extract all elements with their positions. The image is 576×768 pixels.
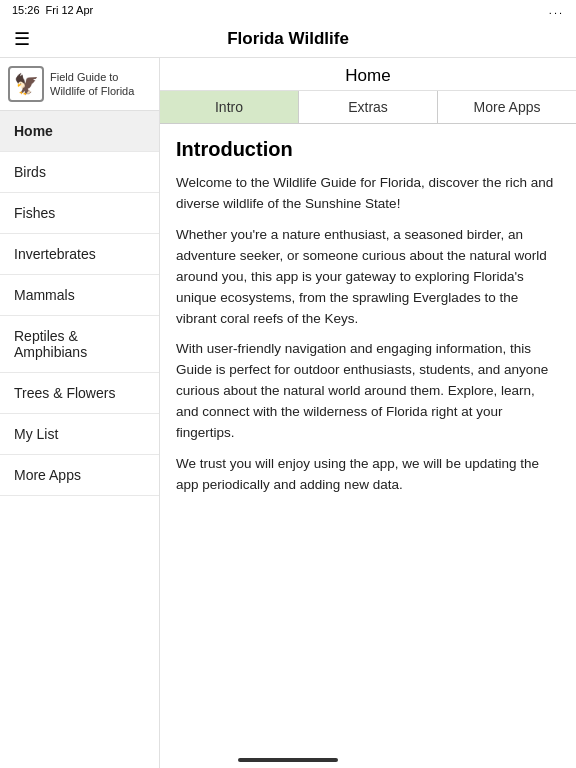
intro-para-1: Welcome to the Wildlife Guide for Florid…	[176, 173, 560, 215]
main-layout: 🦅 Field Guide to Wildlife of Florida Hom…	[0, 58, 576, 768]
sidebar-logo-icon: 🦅	[14, 72, 39, 96]
hamburger-button[interactable]: ☰	[14, 28, 30, 50]
sidebar-item-mammals[interactable]: Mammals	[0, 275, 159, 316]
sidebar-item-birds[interactable]: Birds	[0, 152, 159, 193]
status-bar: 15:26 Fri 12 Apr ...	[0, 0, 576, 20]
tab-extras[interactable]: Extras	[299, 91, 438, 123]
sidebar-item-trees-flowers[interactable]: Trees & Flowers	[0, 373, 159, 414]
content-header: Home	[160, 58, 576, 91]
sidebar-item-invertebrates[interactable]: Invertebrates	[0, 234, 159, 275]
intro-para-2: Whether you're a nature enthusiast, a se…	[176, 225, 560, 330]
tab-bar: Intro Extras More Apps	[160, 91, 576, 124]
content-area: Home Intro Extras More Apps Introduction…	[160, 58, 576, 768]
sidebar-header: 🦅 Field Guide to Wildlife of Florida	[0, 58, 159, 111]
sidebar-item-fishes[interactable]: Fishes	[0, 193, 159, 234]
sidebar-item-more-apps[interactable]: More Apps	[0, 455, 159, 496]
intro-title: Introduction	[176, 138, 560, 161]
tab-intro[interactable]: Intro	[160, 91, 299, 123]
status-date: Fri 12 Apr	[46, 4, 94, 16]
intro-para-3: With user-friendly navigation and engagi…	[176, 339, 560, 444]
sidebar-item-my-list[interactable]: My List	[0, 414, 159, 455]
sidebar-item-reptiles-amphibians[interactable]: Reptiles & Amphibians	[0, 316, 159, 373]
home-indicator	[238, 758, 338, 762]
tab-more-apps[interactable]: More Apps	[438, 91, 576, 123]
nav-title: Florida Wildlife	[227, 29, 349, 49]
status-dots: ...	[549, 4, 564, 16]
sidebar-item-home[interactable]: Home	[0, 111, 159, 152]
sidebar: 🦅 Field Guide to Wildlife of Florida Hom…	[0, 58, 160, 768]
sidebar-header-text: Field Guide to Wildlife of Florida	[50, 70, 151, 99]
intro-content: Introduction Welcome to the Wildlife Gui…	[160, 124, 576, 768]
sidebar-logo: 🦅	[8, 66, 44, 102]
nav-bar: ☰ Florida Wildlife	[0, 20, 576, 58]
status-time: 15:26	[12, 4, 40, 16]
intro-para-4: We trust you will enjoy using the app, w…	[176, 454, 560, 496]
status-left: 15:26 Fri 12 Apr	[12, 4, 93, 16]
